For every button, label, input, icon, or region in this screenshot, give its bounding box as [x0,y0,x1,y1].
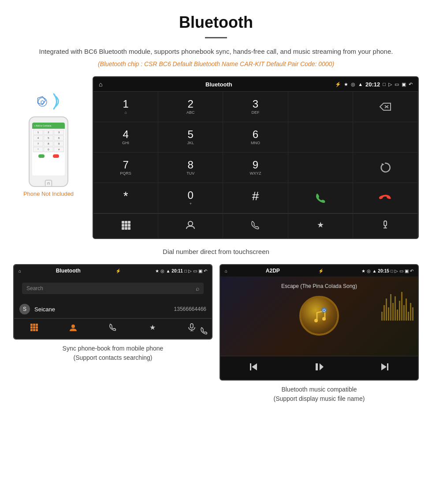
phone-call-btn [38,154,45,158]
dial-bottom-grid[interactable] [93,214,158,238]
pb-search-icon[interactable]: ⌕ [196,285,199,292]
svg-rect-37 [250,363,251,370]
svg-rect-6 [125,221,127,224]
usb-icon: ⚡ [335,82,341,87]
dial-backspace[interactable] [353,92,418,122]
svg-rect-8 [122,224,124,227]
dial-bottom-bluetooth[interactable]: ★ [288,214,353,238]
music-next-button[interactable] [352,362,418,374]
music-play-button[interactable] [286,362,352,374]
statusbar-left: ⌂ [99,81,102,88]
svg-rect-29 [190,324,193,328]
pb-call-icon[interactable] [200,327,208,336]
music-content-area: Escape (The Pina Colada Song) [220,276,418,356]
dial-key-2[interactable]: 2ABC [158,92,223,122]
pb-phone-icon[interactable] [93,323,133,334]
statusbar-title: Bluetooth [205,81,232,88]
svg-rect-25 [30,329,33,331]
status-time: 20:12 [365,81,380,88]
pb-usb-icon: ⚡ [115,269,121,273]
music-controls [220,356,418,380]
dial-bottom-link[interactable] [353,214,418,238]
dial-refresh-btn[interactable] [353,153,418,183]
title-divider [205,37,227,38]
svg-rect-12 [125,227,127,230]
pb-contacts-area: S Seicane 13566664466 [14,300,212,318]
header-section: Bluetooth Integrated with BC6 Bluetooth … [0,0,432,76]
dial-bottom-call[interactable] [223,214,288,238]
dial-key-3[interactable]: 3DEF [223,92,288,122]
dial-key-hash[interactable]: # [223,183,288,213]
statusbar-right: ⚡ ★ ◎ ▲ 20:12 □ ▷ ▭ ▣ ↶ [335,81,413,88]
bottom-screenshots: ⌂ Bluetooth ⚡ ★◎▲ 20:11 □▷▭▣↶ Search [9,264,423,403]
pb-contact-row: S Seicane 13566664466 [14,300,212,318]
phonebook-block: ⌂ Bluetooth ⚡ ★◎▲ 20:11 □▷▭▣↶ Search [13,264,212,403]
svg-rect-22 [30,326,33,329]
music-prev-button[interactable] [220,362,286,374]
music-block: ⌂ A2DP ⚡ ★◎▲ 20:15 □▷▭▣↶ Escape (The Pin… [220,264,419,403]
dial-key-4[interactable]: 4GHI [93,122,158,153]
music-usb-icon: ⚡ [318,269,324,273]
dial-call-button[interactable] [288,183,353,213]
svg-rect-41 [387,363,388,370]
dial-key-1[interactable]: 1⌂ [93,92,158,122]
pb-status-icons: ★◎▲ 20:11 □▷▭▣↶ [155,269,207,273]
svg-rect-7 [128,221,130,224]
music-song-title: Escape (The Pina Colada Song) [281,283,357,289]
pb-right-icons [200,327,208,340]
music-statusbar: ⌂ A2DP ⚡ ★◎▲ 20:15 □▷▭▣↶ [220,265,418,276]
svg-rect-19 [30,324,33,326]
pb-bluetooth-icon[interactable]: ★ [133,323,172,334]
home-icon: ⌂ [99,81,102,88]
music-album-art: ⭔ [299,296,339,336]
dial-bottom-bar: ★ [93,213,418,238]
svg-point-33 [322,317,326,321]
svg-rect-15 [384,221,387,226]
dial-key-0[interactable]: 0+ [158,183,223,213]
dial-key-8[interactable]: 8TUV [158,153,223,183]
dial-key-6[interactable]: 6MNO [223,122,288,153]
music-caption: Bluetooth music compatible (Support disp… [220,385,419,403]
svg-text:⭔: ⭔ [323,309,326,313]
phone-home-btn: ⊓ [45,180,52,187]
dial-key-7[interactable]: 7PQRS [93,153,158,183]
music-screenshot: ⌂ A2DP ⚡ ★◎▲ 20:15 □▷▭▣↶ Escape (The Pin… [220,264,419,381]
bluetooth-status-icon: ★ [344,82,348,87]
pb-title: Bluetooth [56,268,81,274]
svg-rect-20 [33,324,35,326]
dial-key-9[interactable]: 9WXYZ [223,153,288,183]
pb-contact-name: Seicane [34,306,174,313]
music-screen: ⌂ A2DP ⚡ ★◎▲ 20:15 □▷▭▣↶ Escape (The Pin… [220,265,418,380]
music-home-icon: ⌂ [225,269,227,273]
dial-key-5[interactable]: 5JKL [158,122,223,153]
header-specs: (Bluetooth chip : CSR BC6 Default Blueto… [26,60,406,67]
svg-rect-13 [128,227,130,230]
bluetooth-signal-area: ⭔ ⦾ [35,90,62,114]
pb-person-icon[interactable] [54,323,93,334]
dial-caption: Dial number direct from touchscreen [9,243,423,264]
pb-contact-number: 13566664466 [174,306,206,312]
page-title: Bluetooth [26,13,406,32]
dial-empty-2 [288,122,353,153]
pb-home-icon: ⌂ [19,269,21,273]
pb-grid-icon[interactable] [14,323,54,334]
dial-bottom-contacts[interactable] [158,214,223,238]
pb-search-area: Search ⌕ [14,276,212,300]
content-area: ⭔ ⦾ + Add to Contacts 1 [0,76,432,403]
camera-icon: □ [383,82,386,87]
pb-screen-wrapper: ⌂ Bluetooth ⚡ ★◎▲ 20:11 □▷▭▣↶ Search [14,265,212,339]
signal-icon: ▲ [358,82,363,87]
battery-icon: ▭ [395,82,399,87]
dial-end-button[interactable] [353,183,418,213]
pb-search-placeholder: Search [26,285,43,291]
dial-key-star[interactable]: * [93,183,158,213]
svg-rect-21 [36,324,38,326]
volume-icon: ▷ [388,82,392,87]
svg-rect-9 [125,224,127,227]
pb-bottom-bar: ★ [14,318,212,339]
svg-marker-40 [381,363,387,370]
phone-keypad: 1 2 3 4 5 6 7 8 9 * 0 # [32,129,65,153]
dial-empty-4 [288,153,353,183]
phone-screen-top: + Add to Contacts [32,123,65,129]
svg-rect-5 [122,221,124,224]
